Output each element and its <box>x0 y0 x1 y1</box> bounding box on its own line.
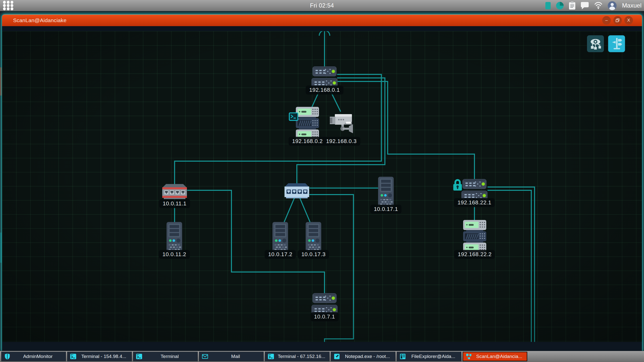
tower-pc-icon <box>306 222 321 253</box>
node-ip-label: 10.0.17.3 <box>298 250 329 259</box>
node-ip-label: 192.168.0.3 <box>323 137 360 146</box>
signpost-button[interactable] <box>608 35 625 52</box>
background-window-edge <box>0 233 2 263</box>
avatar-icon[interactable] <box>608 1 617 10</box>
pie-chart-icon <box>556 2 564 10</box>
taskbar-item-notepad-exe-root-[interactable]: Notepad.exe - /root... <box>331 352 395 361</box>
node-ip-label: 10.0.11.2 <box>159 250 190 259</box>
lock-icon <box>453 179 462 192</box>
scanlan-icon <box>465 353 472 360</box>
taskbar-item-label: Mail <box>210 354 261 359</box>
taskbar-item-adminmonitor[interactable]: AdminMonitor <box>1 352 66 361</box>
taskbar-item-label: AdminMonitor <box>12 354 63 359</box>
file-explorer-icon <box>399 353 406 360</box>
background-window-edge <box>0 67 2 96</box>
node-layer: 192.168.0.1 192.168.0.2 192.16 <box>2 31 642 342</box>
taskbar: AdminMonitorTerminal - 154.98.4...Termin… <box>0 351 644 362</box>
eye-network-button[interactable] <box>587 35 604 52</box>
terminal-icon <box>267 353 274 360</box>
close-icon: X <box>627 16 630 25</box>
taskbar-item-fileexplorer-aida-[interactable]: FileExplorer@Aida... <box>397 352 461 361</box>
desktop: Fri 02:54 Maxuel ScanLan@Aidanciake – X <box>0 0 644 362</box>
notepad-icon <box>333 353 340 360</box>
mail-icon <box>202 353 209 360</box>
taskbar-item-terminal[interactable]: Terminal <box>133 352 198 361</box>
taskbar-item-label: Terminal - 154.98.4... <box>78 354 129 359</box>
signpost-icon <box>611 37 623 50</box>
taskbar-item-label: Notepad.exe - /root... <box>342 354 393 359</box>
apps-grid-icon[interactable] <box>3 1 14 11</box>
terminal-badge-icon <box>289 112 298 122</box>
node-ip-label: 192.168.0.1 <box>306 85 343 95</box>
terminal-icon <box>136 353 143 360</box>
minimize-icon: – <box>605 16 608 25</box>
node-ip-label: 10.0.17.2 <box>265 250 296 259</box>
node-ip-label: 10.0.11.1 <box>159 199 190 208</box>
tower-pc-icon <box>167 222 182 253</box>
wifi-icon <box>594 2 603 9</box>
node-ip-label: 192.168.22.2 <box>454 250 495 259</box>
restore-button[interactable] <box>613 16 622 25</box>
minimize-button[interactable]: – <box>602 16 611 25</box>
tower-pc-icon <box>378 177 394 208</box>
network-map[interactable]: 192.168.0.1 192.168.0.2 192.16 <box>2 31 642 342</box>
taskbar-item-terminal-67-152-16-[interactable]: Terminal - 67.152.16... <box>265 352 330 361</box>
tower-pc-icon <box>272 222 288 253</box>
shield-icon <box>4 353 11 360</box>
window-title: ScanLan@Aidanciake <box>13 17 66 23</box>
terminal-icon <box>70 353 77 360</box>
node-ip-label: 192.168.22.1 <box>454 198 495 207</box>
window-controls: – X <box>602 16 633 25</box>
scanlan-window: ScanLan@Aidanciake – X 192.168.0.1 <box>2 15 642 351</box>
taskbar-item-terminal-154-98-4-[interactable]: Terminal - 154.98.4... <box>67 352 132 361</box>
window-menustrip <box>2 26 642 31</box>
window-titlebar[interactable]: ScanLan@Aidanciake – X <box>2 15 642 26</box>
node-ip-label: 10.0.7.1 <box>310 312 339 321</box>
taskbar-item-label: Terminal <box>144 354 195 359</box>
switch-blue-icon <box>284 183 309 200</box>
eye-network-icon <box>589 37 601 50</box>
chat-icon <box>581 2 589 10</box>
username-label: Maxuel <box>622 2 641 9</box>
server-rack-icon <box>296 107 319 141</box>
restore-icon <box>616 18 620 22</box>
node-ip-label: 192.168.0.2 <box>289 137 326 146</box>
clipboard-icon <box>569 2 576 10</box>
taskbar-item-scanlan-aidancia-[interactable]: ScanLan@Aidancia... <box>463 352 527 361</box>
taskbar-item-label: FileExplorer@Aida... <box>408 354 459 359</box>
taskbar-item-label: ScanLan@Aidancia... <box>474 354 525 359</box>
camera-icon <box>329 111 354 135</box>
taskbar-item-mail[interactable]: Mail <box>199 352 264 361</box>
switch-red-icon <box>162 184 187 201</box>
battery-icon <box>545 2 551 10</box>
server-rack-icon <box>463 220 486 254</box>
system-clock: Fri 02:54 <box>310 2 334 9</box>
close-button[interactable]: X <box>624 16 633 25</box>
node-ip-label: 10.0.17.1 <box>370 205 401 214</box>
system-tray: Maxuel <box>545 0 641 11</box>
taskbar-item-label: Terminal - 67.152.16... <box>276 354 327 359</box>
system-topbar: Fri 02:54 Maxuel <box>0 0 644 11</box>
